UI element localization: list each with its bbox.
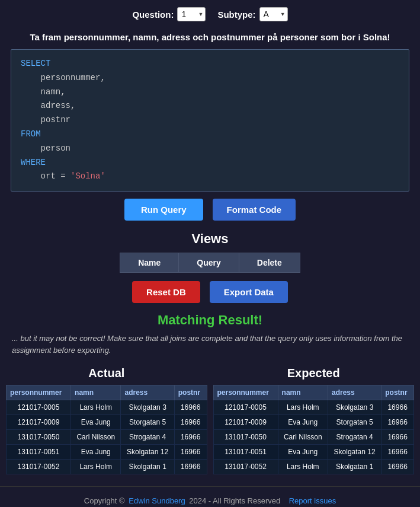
table-cell: Skolgatan 3: [328, 400, 381, 415]
question-label: Question:: [132, 9, 174, 20]
expected-section: Expected personnummer namn adress postnr…: [213, 366, 415, 474]
views-table-container: Name Query Delete: [0, 253, 420, 273]
table-cell: 16966: [381, 445, 414, 460]
table-cell: Skolgatan 12: [121, 445, 174, 460]
year-rights: 2024 - All Rights Reserved: [189, 496, 280, 505]
table-cell: Storgatan 5: [328, 415, 381, 430]
report-issues-link[interactable]: Report issues: [289, 496, 336, 505]
table-cell: Eva Jung: [71, 415, 121, 430]
question-group: Question: 1 2 3: [132, 7, 206, 21]
table-cell: Skolgatan 12: [328, 445, 381, 460]
table-cell: Eva Jung: [278, 415, 328, 430]
table-cell: Carl Nilsson: [278, 430, 328, 445]
warning-text: ... but it may not be correct! Make sure…: [0, 333, 420, 356]
views-col-name[interactable]: Name: [120, 253, 179, 273]
code-line-5: postnr: [21, 113, 399, 127]
table-cell: Storgatan 5: [121, 415, 174, 430]
table-cell: 131017-0050: [7, 430, 71, 445]
subtype-label: Subtype:: [217, 9, 255, 20]
table-cell: 121017-0005: [213, 400, 278, 415]
actual-title: Actual: [6, 366, 207, 380]
table-cell: 16966: [174, 460, 207, 474]
expected-title: Expected: [213, 366, 415, 380]
table-cell: 16966: [174, 430, 207, 445]
copyright-text: Copyright ©: [84, 496, 125, 505]
table-cell: 131017-0052: [7, 460, 71, 474]
subtype-select[interactable]: A B C: [259, 7, 288, 21]
table-cell: 16966: [381, 430, 414, 445]
table-cell: 16966: [174, 445, 207, 460]
code-line-8: WHERE: [21, 156, 399, 170]
table-cell: Lars Holm: [278, 400, 328, 415]
table-cell: 16966: [381, 400, 414, 415]
expected-table: personnummer namn adress postnr 121017-0…: [213, 385, 415, 474]
table-cell: 131017-0052: [213, 460, 278, 474]
views-section: Views Name Query Delete: [0, 231, 420, 273]
table-cell: 16966: [174, 415, 207, 430]
expected-col-postnr: postnr: [381, 385, 414, 400]
table-cell: Lars Holm: [71, 460, 121, 474]
run-query-button[interactable]: Run Query: [124, 199, 203, 221]
table-row: 131017-0050Carl NilssonStrogatan 416966: [213, 430, 414, 445]
actual-section: Actual personnummer namn adress postnr 1…: [6, 366, 207, 474]
export-data-button[interactable]: Export Data: [210, 281, 288, 303]
footer: Copyright © Edwin Sundberg 2024 - All Ri…: [0, 486, 420, 507]
matching-result: Matching Result!: [0, 313, 420, 328]
table-row: 131017-0052Lars HolmSkolgatan 116966: [7, 460, 207, 474]
action-buttons: Reset DB Export Data: [0, 281, 420, 303]
views-col-query[interactable]: Query: [179, 253, 239, 273]
table-row: 131017-0051Eva JungSkolgatan 1216966: [213, 445, 414, 460]
subtype-group: Subtype: A B C: [217, 7, 287, 21]
table-cell: 131017-0051: [7, 445, 71, 460]
table-cell: Strogatan 4: [121, 430, 174, 445]
table-row: 121017-0005Lars HolmSkolgatan 316966: [213, 400, 414, 415]
actual-col-adress: adress: [121, 385, 174, 400]
table-cell: Eva Jung: [71, 445, 121, 460]
code-editor[interactable]: SELECT personnummer, namn, adress, postn…: [11, 49, 409, 192]
author-name: Edwin Sundberg: [129, 496, 185, 505]
question-select[interactable]: 1 2 3: [177, 7, 206, 21]
table-cell: 131017-0050: [213, 430, 278, 445]
table-row: 131017-0052Lars HolmSkolgatan 116966: [213, 460, 414, 474]
code-line-9: ort = 'Solna': [21, 170, 399, 184]
actual-col-personnummer: personnummer: [7, 385, 71, 400]
table-row: 121017-0009Eva JungStorgatan 516966: [213, 415, 414, 430]
task-text: Ta fram personnummer, namn, adress och p…: [0, 27, 420, 49]
expected-col-personnummer: personnummer: [213, 385, 278, 400]
table-cell: 131017-0051: [213, 445, 278, 460]
code-line-7: person: [21, 142, 399, 156]
expected-col-namn: namn: [278, 385, 328, 400]
code-line-1: SELECT: [21, 57, 399, 71]
code-line-3: namn,: [21, 85, 399, 100]
table-cell: Lars Holm: [278, 460, 328, 474]
table-cell: 121017-0009: [213, 415, 278, 430]
code-line-4: adress,: [21, 99, 399, 113]
table-row: 131017-0051Eva JungSkolgatan 1216966: [7, 445, 207, 460]
actual-col-namn: namn: [71, 385, 121, 400]
table-cell: Eva Jung: [278, 445, 328, 460]
table-row: 121017-0005Lars HolmSkolgatan 316966: [7, 400, 207, 415]
views-table: Name Query Delete: [120, 253, 300, 273]
table-row: 131017-0050Carl NilssonStrogatan 416966: [7, 430, 207, 445]
table-cell: Carl Nilsson: [71, 430, 121, 445]
table-cell: Strogatan 4: [328, 430, 381, 445]
query-buttons: Run Query Format Code: [0, 199, 420, 221]
table-cell: Skolgatan 1: [328, 460, 381, 474]
table-cell: 121017-0005: [7, 400, 71, 415]
table-cell: 121017-0009: [7, 415, 71, 430]
table-row: 121017-0009Eva JungStorgatan 516966: [7, 415, 207, 430]
actual-col-postnr: postnr: [174, 385, 207, 400]
table-cell: Skolgatan 1: [121, 460, 174, 474]
expected-col-adress: adress: [328, 385, 381, 400]
views-col-delete[interactable]: Delete: [239, 253, 300, 273]
views-title: Views: [0, 231, 420, 247]
format-code-button[interactable]: Format Code: [213, 199, 296, 221]
code-line-6: FROM: [21, 127, 399, 142]
table-cell: 16966: [381, 415, 414, 430]
actual-table: personnummer namn adress postnr 121017-0…: [6, 385, 207, 474]
table-cell: 16966: [381, 460, 414, 474]
top-controls: Question: 1 2 3 Subtype: A B C: [0, 0, 420, 27]
reset-db-button[interactable]: Reset DB: [132, 281, 200, 303]
table-cell: 16966: [174, 400, 207, 415]
table-cell: Lars Holm: [71, 400, 121, 415]
